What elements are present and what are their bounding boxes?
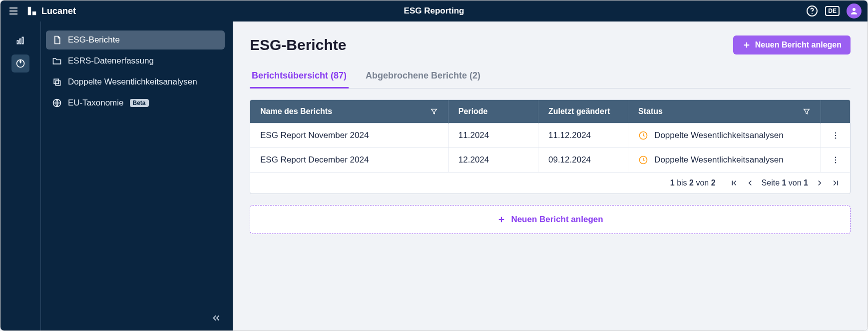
beta-badge: Beta xyxy=(130,99,149,107)
filter-icon[interactable] xyxy=(803,108,811,116)
row-actions-button[interactable] xyxy=(831,156,840,164)
more-vertical-icon xyxy=(831,131,840,140)
col-status[interactable]: Status xyxy=(628,100,821,124)
col-name-label: Name des Berichts xyxy=(260,107,332,116)
nav-rail xyxy=(0,22,40,330)
cell-changed: 11.12.2024 xyxy=(538,124,628,148)
new-report-button-label: Neuen Bericht anlegen xyxy=(755,40,842,50)
svg-point-22 xyxy=(835,157,836,158)
globe-icon xyxy=(52,98,62,108)
sidebar: ESG-Berichte ESRS-Datenerfassung Doppelt… xyxy=(40,22,233,330)
new-report-button[interactable]: Neuen Bericht anlegen xyxy=(733,36,851,54)
table-row[interactable]: ESG Report December 2024 12.2024 09.12.2… xyxy=(250,148,850,172)
svg-point-6 xyxy=(812,13,813,14)
last-page-button[interactable] xyxy=(831,178,840,188)
collapse-sidebar-button[interactable] xyxy=(208,310,225,326)
plus-icon xyxy=(742,40,751,50)
next-page-button[interactable] xyxy=(815,178,824,188)
page-title: ESG-Berichte xyxy=(250,36,346,54)
cell-status-label: Doppelte Wesentlichkeitsanalysen xyxy=(654,130,784,140)
rail-esg-button[interactable] xyxy=(11,54,29,72)
sidebar-item-doppelte-wesentlichkeitsanalysen[interactable]: Doppelte Wesentlichkeitsanalysen xyxy=(46,72,225,92)
svg-rect-12 xyxy=(54,79,58,84)
table-row[interactable]: ESG Report November 2024 11.2024 11.12.2… xyxy=(250,124,850,148)
more-vertical-icon xyxy=(831,156,840,164)
user-icon xyxy=(850,6,859,16)
clock-icon xyxy=(638,130,648,140)
folder-icon xyxy=(52,56,62,66)
clock-icon xyxy=(638,155,648,165)
svg-point-24 xyxy=(835,162,836,163)
sidebar-item-label: EU-Taxonomie xyxy=(68,98,124,108)
cell-name: ESG Report November 2024 xyxy=(250,124,448,148)
reports-table: Name des Berichts Periode Zuletzt geände… xyxy=(250,100,850,172)
user-avatar[interactable] xyxy=(847,4,862,18)
tab-berichtsuebersicht[interactable]: Berichtsübersicht (87) xyxy=(250,66,349,88)
cell-status: Doppelte Wesentlichkeitsanalysen xyxy=(628,124,821,148)
svg-point-7 xyxy=(853,8,856,11)
brand-name: Lucanet xyxy=(41,6,76,16)
add-report-dashed-button[interactable]: Neuen Bericht anlegen xyxy=(250,205,851,234)
svg-rect-10 xyxy=(22,37,23,44)
svg-rect-3 xyxy=(28,7,31,16)
help-button[interactable] xyxy=(806,5,818,17)
chevrons-last-icon xyxy=(831,178,840,188)
col-period[interactable]: Periode xyxy=(448,100,538,124)
col-changed-label: Zuletzt geändert xyxy=(548,107,610,116)
row-actions-button[interactable] xyxy=(831,131,840,140)
language-switcher[interactable]: DE xyxy=(825,6,840,16)
cell-period: 12.2024 xyxy=(448,148,538,172)
prev-page-button[interactable] xyxy=(746,178,755,188)
copy-icon xyxy=(52,77,62,87)
col-changed[interactable]: Zuletzt geändert xyxy=(538,100,628,124)
svg-point-19 xyxy=(835,135,836,136)
col-actions xyxy=(821,100,851,124)
cell-actions xyxy=(821,148,851,172)
hamburger-icon xyxy=(7,5,19,17)
brand-logo-icon xyxy=(26,6,37,16)
page-area-title: ESG Reporting xyxy=(404,6,464,16)
svg-rect-8 xyxy=(17,40,18,44)
chevrons-left-icon xyxy=(211,312,222,324)
sidebar-item-label: ESRS-Datenerfassung xyxy=(68,56,154,66)
document-icon xyxy=(52,35,62,45)
svg-rect-4 xyxy=(32,12,36,15)
range-label: 1 bis 2 von 2 xyxy=(670,178,716,188)
sidebar-item-esrs-datenerfassung[interactable]: ESRS-Datenerfassung xyxy=(46,52,225,70)
main-content: ESG-Berichte Neuen Bericht anlegen Beric… xyxy=(233,22,868,330)
cell-name: ESG Report December 2024 xyxy=(250,148,448,172)
cell-status-label: Doppelte Wesentlichkeitsanalysen xyxy=(654,155,784,165)
chevron-right-icon xyxy=(815,178,824,188)
rail-reports-button[interactable] xyxy=(11,32,29,50)
hamburger-menu-button[interactable] xyxy=(6,4,20,18)
col-status-label: Status xyxy=(638,107,663,116)
tab-abgebrochene-berichte[interactable]: Abgebrochene Berichte (2) xyxy=(364,66,482,88)
plus-icon xyxy=(497,215,506,224)
bar-chart-icon xyxy=(15,36,25,46)
sidebar-item-label: Doppelte Wesentlichkeitsanalysen xyxy=(68,77,197,87)
svg-point-20 xyxy=(835,138,836,138)
svg-point-18 xyxy=(835,132,836,134)
add-report-dashed-label: Neuen Bericht anlegen xyxy=(511,214,603,224)
table-footer: 1 bis 2 von 2 Seite xyxy=(250,172,850,194)
svg-rect-9 xyxy=(19,39,21,44)
tabs: Berichtsübersicht (87) Abgebrochene Beri… xyxy=(250,66,851,88)
cell-period: 11.2024 xyxy=(448,124,538,148)
sidebar-item-eu-taxonomie[interactable]: EU-Taxonomie Beta xyxy=(46,94,225,112)
col-period-label: Periode xyxy=(458,107,488,116)
svg-rect-13 xyxy=(56,81,60,86)
sidebar-item-label: ESG-Berichte xyxy=(68,35,120,45)
filter-icon[interactable] xyxy=(430,108,438,116)
sidebar-item-esg-berichte[interactable]: ESG-Berichte xyxy=(46,30,225,50)
svg-point-23 xyxy=(835,160,836,160)
chevrons-first-icon xyxy=(730,178,739,188)
first-page-button[interactable] xyxy=(730,178,739,188)
col-name[interactable]: Name des Berichts xyxy=(250,100,448,124)
cell-actions xyxy=(821,124,851,148)
brand: Lucanet xyxy=(26,6,76,16)
cell-status: Doppelte Wesentlichkeitsanalysen xyxy=(628,148,821,172)
sustainability-icon xyxy=(15,58,25,68)
help-icon xyxy=(806,5,818,17)
page-label: Seite 1 von 1 xyxy=(762,178,808,188)
chevron-left-icon xyxy=(746,178,755,188)
